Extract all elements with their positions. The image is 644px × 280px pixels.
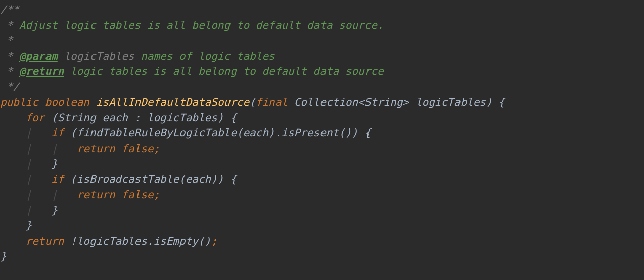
code-line: return !logicTables.isEmpty(); [0, 235, 217, 247]
code-line: * @return logic tables is all belong to … [0, 65, 384, 77]
open-paren: ( [249, 96, 256, 108]
brace-close: } [51, 204, 58, 216]
if-cond-2: (isBroadcastTable(each)) { [64, 173, 236, 185]
return-expr: !logicTables.isEmpty() [64, 235, 211, 247]
brace-close: } [51, 158, 58, 170]
code-line: } [0, 219, 32, 231]
kw-boolean: boolean [45, 96, 90, 108]
code-line: | if (isBroadcastTable(each)) { [0, 173, 237, 185]
kw-if: if [51, 127, 64, 139]
code-line: * Adjust logic tables is all belong to d… [0, 19, 384, 31]
kw-for: for [26, 112, 45, 124]
semi: ; [211, 235, 217, 247]
code-line: | if (findTableRuleByLogicTable(each).is… [0, 127, 371, 139]
if-cond-1: (findTableRuleByLogicTable(each).isPrese… [64, 127, 371, 139]
brace-close: } [26, 219, 32, 231]
param-name: logicTables [416, 96, 486, 108]
close-paren-brace: ) { [486, 96, 505, 108]
code-line: * [0, 34, 13, 46]
code-line: } [0, 250, 7, 262]
code-line: for (String each : logicTables) { [0, 112, 237, 124]
javadoc-param-tag: @param [19, 50, 58, 62]
semi: ; [154, 143, 160, 155]
code-line: | | return false; [0, 189, 160, 201]
brace-close: } [0, 250, 7, 262]
code-line: public boolean isAllInDefaultDataSource(… [0, 96, 505, 108]
kw-false: false [121, 143, 153, 155]
kw-false: false [121, 189, 153, 201]
javadoc-param-name: logicTables [64, 50, 134, 62]
kw-public: public [0, 96, 38, 108]
code-line: | | return false; [0, 143, 160, 155]
code-line: */ [0, 81, 19, 93]
javadoc-close: */ [7, 81, 19, 93]
for-head: (String each : logicTables) { [45, 112, 237, 124]
code-line: /** [0, 4, 19, 16]
type-collection: Collection<String> [294, 96, 409, 108]
code-line: | } [0, 204, 58, 216]
kw-if: if [51, 173, 64, 185]
javadoc-summary: Adjust logic tables is all belong to def… [19, 19, 384, 31]
code-line: * @param logicTables names of logic tabl… [0, 50, 275, 62]
kw-return: return [77, 143, 115, 155]
kw-return: return [77, 189, 115, 201]
code-editor[interactable]: /** * Adjust logic tables is all belong … [0, 0, 644, 264]
semi: ; [154, 189, 160, 201]
javadoc-param-desc: names of logic tables [141, 50, 275, 62]
javadoc-open: /** [0, 4, 19, 16]
method-name: isAllInDefaultDataSource [96, 96, 249, 108]
javadoc-return-desc: logic tables is all belong to default da… [70, 65, 384, 77]
kw-return: return [26, 235, 64, 247]
kw-final: final [256, 96, 288, 108]
javadoc-return-tag: @return [19, 65, 64, 77]
code-line: | } [0, 158, 58, 170]
